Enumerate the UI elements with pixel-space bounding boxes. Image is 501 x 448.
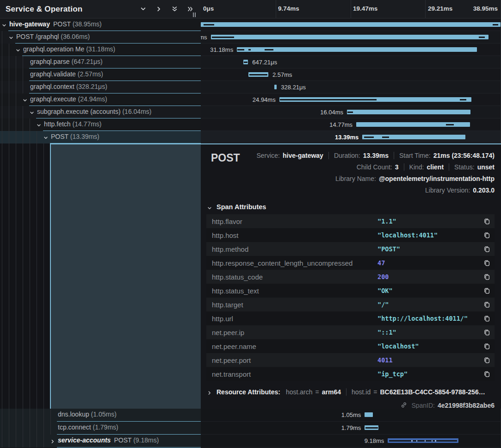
span-bar[interactable] — [365, 412, 372, 417]
collapse-one-icon[interactable] — [137, 4, 149, 14]
indent-guide — [37, 422, 37, 435]
indent-guide — [2, 56, 2, 68]
attribute-key: net.peer.name — [212, 342, 377, 350]
copy-icon[interactable] — [482, 258, 492, 268]
copy-icon[interactable] — [482, 272, 492, 282]
span-tree-item[interactable]: graphql.parse (647.21μs) — [0, 56, 201, 68]
span-attributes-toggle[interactable]: Span Attributes — [207, 203, 495, 211]
indent-guide — [43, 143, 44, 409]
child-span-mark — [212, 37, 234, 38]
span-meta-line: Service:hive-gatewayDuration:13.39msStar… — [256, 151, 495, 160]
bar-duration-label: 647.21μs — [252, 59, 277, 66]
span-bar[interactable] — [274, 85, 277, 89]
span-tree-item[interactable]: service-accountsPOST (9.18ms) — [0, 435, 201, 448]
indent-guide — [30, 131, 30, 143]
span-bar[interactable] — [356, 122, 470, 127]
span-bar[interactable] — [388, 438, 458, 443]
span-label: graphql.context (328.21μs) — [30, 83, 107, 90]
span-bar[interactable] — [211, 35, 489, 39]
indent-guide — [16, 106, 16, 118]
span-bar[interactable] — [243, 60, 248, 64]
copy-icon[interactable] — [482, 286, 492, 296]
child-span-mark — [382, 137, 390, 138]
copy-icon[interactable] — [482, 341, 492, 351]
link-icon[interactable] — [401, 402, 408, 409]
chevron-right-icon[interactable] — [50, 438, 56, 443]
chevron-down-icon[interactable] — [23, 97, 28, 102]
child-span-mark — [479, 37, 485, 38]
span-bar[interactable] — [248, 72, 268, 77]
span-tree-item[interactable]: graphql.validate (2.57ms) — [0, 68, 201, 81]
meta-value: 13.39ms — [363, 152, 389, 159]
span-duration: (328.21μs) — [76, 83, 107, 90]
span-tree-item[interactable]: dns.lookup (1.05ms) — [0, 409, 201, 422]
chevron-down-icon[interactable] — [16, 47, 21, 52]
chevron-down-icon[interactable] — [43, 134, 49, 140]
indent-guide — [2, 31, 2, 44]
trace-span-row: graphql.execute (24.94ms)24.94ms — [0, 93, 501, 106]
meta-value: client — [427, 163, 444, 171]
chevron-down-icon[interactable] — [9, 34, 14, 40]
span-tree-item[interactable]: POST /graphql (36.06ms) — [0, 31, 201, 44]
span-tree-item[interactable]: graphql.operation Me (31.18ms) — [0, 44, 201, 56]
row-underline — [57, 447, 201, 448]
span-tree-item[interactable]: graphql.execute (24.94ms) — [0, 93, 201, 106]
bar-duration-label: 24.94ms — [253, 96, 276, 103]
expand-one-icon[interactable] — [153, 4, 165, 14]
span-bar[interactable] — [362, 135, 465, 139]
copy-icon[interactable] — [482, 230, 492, 240]
operation-name: POST — [53, 20, 73, 28]
span-timeline-cell: 31.18ms — [201, 44, 501, 56]
chevron-down-icon[interactable] — [37, 122, 42, 127]
indent-guide — [9, 68, 9, 81]
trace-span-row: dns.lookup (1.05ms)1.05ms — [0, 409, 501, 422]
trace-span-row: graphql.operation Me (31.18ms)31.18ms — [0, 44, 501, 56]
copy-icon[interactable] — [482, 327, 492, 337]
copy-icon[interactable] — [482, 244, 492, 254]
span-bar[interactable] — [237, 47, 477, 52]
attribute-row: http.status_code200 — [206, 270, 495, 284]
resource-attributes-toggle[interactable]: Resource Attributes: host.arch=arm64host… — [207, 388, 495, 396]
span-tree-item[interactable]: hive-gatewayPOST (38.95ms) — [0, 19, 201, 31]
span-duration: (1.05ms) — [91, 411, 117, 418]
span-tree-item[interactable]: tcp.connect (1.79ms) — [0, 422, 201, 435]
trace-span-row: graphql.context (328.21μs)328.21μs — [0, 81, 501, 93]
span-bar[interactable] — [365, 425, 378, 430]
chevron-down-icon[interactable] — [2, 22, 7, 27]
indent-guide — [23, 106, 23, 118]
trace-span-row: tcp.connect (1.79ms)1.79ms — [0, 422, 501, 435]
indent-guide — [37, 143, 37, 409]
copy-icon[interactable] — [482, 355, 492, 365]
span-tree-item[interactable]: subgraph.execute (accounts) (16.04ms) — [0, 106, 201, 118]
span-bar[interactable] — [201, 22, 501, 27]
operation-name: POST — [51, 133, 70, 140]
collapse-all-icon[interactable] — [168, 4, 180, 14]
span-bar[interactable] — [347, 110, 470, 114]
indent-guide — [2, 118, 2, 131]
span-id-label: SpanID: — [411, 402, 435, 409]
chevron-down-icon[interactable] — [30, 109, 35, 115]
indent-guide — [43, 409, 44, 422]
attribute-value: 47 — [377, 259, 482, 267]
copy-icon[interactable] — [482, 313, 492, 324]
operation-name: POST /graphql — [16, 33, 61, 40]
attribute-row: net.peer.ip"::1" — [206, 325, 495, 339]
meta-label: Status: — [454, 163, 475, 171]
indent-guide — [23, 131, 23, 143]
span-bar[interactable] — [279, 97, 471, 102]
copy-icon[interactable] — [482, 369, 492, 379]
copy-icon[interactable] — [482, 216, 492, 226]
span-tree-item[interactable]: POST (13.39ms) — [0, 131, 201, 143]
span-tree-item[interactable]: graphql.context (328.21μs) — [0, 81, 201, 93]
column-resize-handle[interactable] — [192, 12, 197, 18]
child-span-mark — [265, 49, 273, 50]
indent-guide — [50, 409, 51, 422]
indent-guide — [23, 81, 23, 93]
indent-guide — [16, 143, 16, 409]
attribute-row: net.transport"ip_tcp" — [206, 367, 495, 381]
child-span-mark — [389, 440, 457, 442]
resource-attribute-key: host.id — [352, 388, 371, 396]
span-duration: (38.95ms) — [73, 20, 102, 28]
copy-icon[interactable] — [482, 299, 492, 310]
span-tree-item[interactable]: http.fetch (14.77ms) — [0, 118, 201, 131]
